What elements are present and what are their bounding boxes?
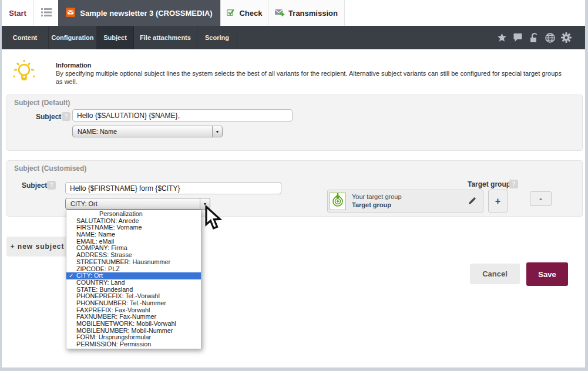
mouse-cursor [204,205,224,232]
dropdown-option-label: PERMISSION: Permission [76,340,151,348]
dropdown-option-label: PHONEPREFIX: Tel.-Vorwahl [76,292,160,299]
subject-customised-title: Subject (Customised) [14,164,86,173]
dropdown-option-label: STREETNUMBER: Hausnummer [76,258,170,265]
help-icon[interactable]: ? [509,180,518,188]
gear-icon[interactable] [561,32,572,43]
list-icon [41,8,52,19]
subject-customised-panel: Subject (Customised) Subject ? CITY: Ort… [6,160,583,217]
dropdown-option[interactable]: PERMISSION: Permission [66,341,201,348]
remove-subject-button[interactable]: - [530,191,552,206]
cancel-button[interactable]: Cancel [470,264,520,284]
dropdown-option-label: FAXPREFIX: Fax-Vorwahl [76,306,150,313]
app-window: Start Sample newsletter 3 (CROSSMEDIA) C… [0,0,588,371]
subject-default-title: Subject (Default) [14,99,70,107]
unlocked-padlock-icon[interactable] [529,33,539,43]
dropdown-option-label: FIRSTNAME: Vorname [76,224,142,231]
info-body: By specifying multiple optional subject … [56,69,566,86]
target-icon [331,193,344,210]
nav-tab-content-label: Content [13,34,38,41]
dropdown-option-label: ADDRESS: Strasse [76,251,132,258]
info-title: Information [56,62,92,69]
selected-personalization: CITY: Ort [66,200,200,207]
tab-newsletter-active[interactable]: Sample newsletter 3 (CROSSMEDIA) [58,0,220,26]
dropdown-option-label: MOBILENUMBER: Mobil-Nummer [76,327,173,334]
target-group-label: Target group [468,180,510,188]
tab-start[interactable]: Start [2,0,34,26]
window-edge [585,0,588,371]
dropdown-option-label: ZIPCODE: PLZ [76,265,120,272]
nav-tab-configuration[interactable]: Configuration [49,26,97,49]
globe-icon[interactable] [545,33,555,43]
nav-tab-subject-active[interactable]: Subject [97,26,134,49]
dropdown-option-label: COUNTRY: Land [76,279,125,286]
add-target-group-button[interactable]: + [488,190,508,213]
dropdown-option-label: FAXNUMBER: Fax-Nummer [76,313,156,320]
save-button[interactable]: Save [526,262,568,286]
dropdown-option-label: NAME: Name [76,231,115,238]
subject-custom-personalization-select[interactable]: CITY: Ort ▼ [65,198,210,210]
star-icon[interactable] [497,33,507,43]
section-nav-bar: Content Configuration Subject File attac… [0,26,588,49]
tab-check-label: Check [239,9,262,18]
comment-bubble-icon[interactable] [513,33,523,42]
check-icon [226,8,236,19]
nav-icon-group [497,26,572,49]
target-group-iconbox [330,192,346,210]
dropdown-option-label: COMPANY: Firma [76,244,127,251]
nav-tab-scoring[interactable]: Scoring [197,26,237,49]
checkmark-icon: ✓ [69,272,73,279]
tab-check[interactable]: Check [220,0,268,26]
nav-tab-file-attachments[interactable]: File attachments [134,26,197,49]
dropdown-option-label: MOBILENETWORK: Mobil-Vorwahl [76,320,176,327]
subject-custom-label: Subject [22,181,47,190]
edit-pencil-icon[interactable] [468,196,477,208]
dropdown-option-label: Personalization [99,210,143,217]
mailing-envelope-icon [66,8,75,19]
tab-start-label: Start [9,9,26,18]
tab-newsletter-label: Sample newsletter 3 (CROSSMEDIA) [80,9,212,18]
help-icon[interactable]: ? [62,112,70,121]
target-group-name: Your target group [352,193,402,200]
dropdown-option-label: CITY: Ort [76,272,103,279]
nav-tab-scoring-label: Scoring [205,34,229,41]
dropdown-option-label: EMAIL: eMail [76,238,114,245]
tab-transmission-label: Transmission [288,9,338,18]
subject-custom-input[interactable] [65,182,281,194]
help-icon[interactable]: ? [47,181,56,190]
window-edge [0,0,2,371]
nav-tab-file-attachments-label: File attachments [140,34,191,41]
tab-transmission[interactable]: Transmission [268,0,345,26]
nav-tab-content[interactable]: Content [2,26,49,49]
nav-tab-subject-label: Subject [103,34,127,41]
personalization-dropdown-menu[interactable]: PersonalizationSALUTATION: AnredeFIRSTNA… [66,210,201,349]
top-tab-bar: Start Sample newsletter 3 (CROSSMEDIA) C… [0,0,588,26]
send-envelope-icon [275,8,285,19]
window-edge [0,367,588,371]
subject-default-input[interactable] [72,109,293,122]
target-group-card[interactable]: Your target group Target group [327,190,483,213]
lightbulb-icon [12,59,36,88]
subject-default-label: Subject [36,113,61,121]
selected-personalization: NAME: Name [73,128,212,135]
target-group-type: Target group [352,201,391,208]
new-subject-button[interactable]: + new subject [6,237,68,257]
dropdown-option-label: STATE: Bundesland [76,286,133,293]
tab-newsletter-list[interactable] [34,0,58,26]
dropdown-option-label: SALUTATION: Anrede [76,217,139,224]
subject-default-personalization-select[interactable]: NAME: Name ▼ [72,126,223,137]
subject-default-panel: Subject (Default) Subject ? NAME: Name ▼ [6,95,583,151]
nav-tab-configuration-label: Configuration [51,34,93,41]
dropdown-option-label: PHONENUMBER: Tel.-Nummer [76,299,166,306]
select-arrow-icon: ▼ [212,126,222,137]
dropdown-option-label: FORM: Ursprungsformular [76,333,151,340]
